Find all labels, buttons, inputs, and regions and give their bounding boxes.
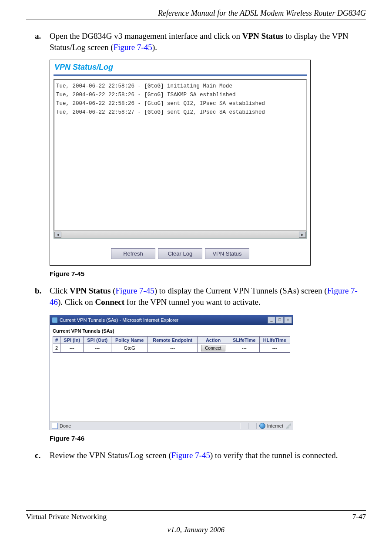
step-c-body: Review the VPN Status/Log screen (Figure… [50,450,366,461]
text: ). [152,43,157,52]
status-cell [248,423,256,429]
col-action: Action [198,336,229,344]
col-spi-in: SPI (In) [60,336,84,344]
bold-text: VPN Status [70,286,111,295]
text: ) to display the Current VPN Tunnels (SA… [154,286,327,295]
figure-7-46-caption: Figure 7-46 [50,435,366,442]
step-b: b. Click VPN Status (Figure 7-45) to dis… [35,285,366,307]
col-endpoint: Remote Endpoint [148,336,198,344]
col-policy: Policy Name [111,336,148,344]
bold-text: VPN Status [242,31,283,40]
vpn-divider [54,74,307,76]
text: ). Click on [58,297,95,307]
col-num: # [53,336,60,344]
text: Click [50,286,70,295]
step-b-body: Click VPN Status (Figure 7-45) to displa… [50,285,366,307]
ie-window: Current VPN Tunnels (SAs) - Microsoft In… [50,315,293,430]
cell-endpoint: --- [148,344,198,352]
minimize-button[interactable]: _ [268,317,275,324]
header-rule [26,20,366,20]
footer-left: Virtual Private Networking [26,513,107,521]
figure-link[interactable]: Figure 7-45 [114,43,152,52]
vpn-status-panel: VPN Status/Log Tue, 2004-06-22 22:58:26 … [50,60,311,266]
vpn-status-button[interactable]: VPN Status [205,248,249,259]
status-zone: Internet [267,423,283,428]
close-button[interactable]: × [284,317,292,324]
cell-action: Connect [198,344,229,352]
scroll-right-icon[interactable]: ► [299,232,306,238]
maximize-button[interactable]: □ [276,317,284,324]
step-a-body: Open the DG834G v3 management interface … [50,30,366,53]
figure-link[interactable]: Figure 7-45 [115,286,154,295]
scroll-left-icon[interactable]: ◄ [54,232,61,238]
text: ( [111,286,115,295]
cell-hlife: --- [259,344,290,352]
status-done: Done [60,423,71,428]
text: ) to verify that the tunnel is connected… [210,451,338,460]
cell-num: 2 [53,344,60,352]
col-hlife: HLifeTime [259,336,290,344]
table-row: 2 --- --- GtoG --- Connect --- --- [53,344,290,352]
text: Review the VPN Status/Log screen ( [50,451,171,460]
status-cell [233,423,241,429]
internet-zone-icon [259,423,265,429]
cell-slife: --- [229,344,259,352]
status-cell [241,423,248,429]
cell-spi-out: --- [84,344,111,352]
horizontal-scrollbar[interactable]: ◄ ► [54,231,307,239]
clear-log-button[interactable]: Clear Log [158,248,202,259]
footer-center: v1.0, January 2006 [26,526,366,534]
vpn-panel-title: VPN Status/Log [54,63,307,72]
col-slife: SLifeTime [229,336,259,344]
figure-7-45: VPN Status/Log Tue, 2004-06-22 22:58:26 … [50,60,366,266]
step-c: c. Review the VPN Status/Log screen (Fig… [35,450,366,461]
cell-spi-in: --- [60,344,84,352]
window-titlebar: Current VPN Tunnels (SAs) - Microsoft In… [50,315,293,325]
text: for the VPN tunnel you want to activate. [124,297,261,307]
tunnels-heading: Current VPN Tunnels (SAs) [53,328,290,334]
text: Open the DG834G v3 management interface … [50,31,242,40]
page-icon [52,423,58,429]
running-header: Reference Manual for the ADSL Modem Wire… [26,9,366,18]
refresh-button[interactable]: Refresh [111,248,155,259]
step-a-letter: a. [35,30,50,53]
footer: Virtual Private Networking 7-47 [26,513,366,521]
footer-rule [26,510,366,511]
vpn-button-row: Refresh Clear Log VPN Status [54,248,307,259]
figure-7-46: Current VPN Tunnels (SAs) - Microsoft In… [50,315,366,430]
resize-grip-icon[interactable] [286,423,291,428]
bold-text: Connect [95,297,125,307]
window-title: Current VPN Tunnels (SAs) - Microsoft In… [60,317,178,323]
figure-link[interactable]: Figure 7-45 [171,451,210,460]
step-b-letter: b. [35,285,50,307]
ie-icon [52,317,58,323]
vpn-log-textarea[interactable]: Tue, 2004-06-22 22:58:26 - [GtoG] initia… [54,79,307,231]
connect-button[interactable]: Connect [201,345,225,351]
ie-statusbar: Done Internet [50,422,293,430]
cell-policy: GtoG [111,344,148,352]
table-header-row: # SPI (In) SPI (Out) Policy Name Remote … [53,336,290,344]
col-spi-out: SPI (Out) [84,336,111,344]
figure-7-45-caption: Figure 7-45 [50,270,366,277]
footer-right: 7-47 [352,513,366,521]
step-a: a. Open the DG834G v3 management interfa… [35,30,366,53]
step-c-letter: c. [35,450,50,461]
tunnels-table: # SPI (In) SPI (Out) Policy Name Remote … [53,336,290,353]
ie-body: Current VPN Tunnels (SAs) # SPI (In) SPI… [50,325,293,422]
